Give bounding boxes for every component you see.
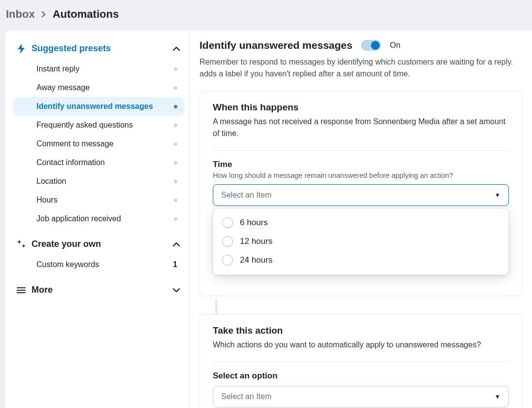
sidebar: Suggested presets Instant reply Away mes… <box>5 31 190 408</box>
radio-icon <box>222 255 233 266</box>
card-action: Take this action Which actions do you wa… <box>200 314 522 408</box>
sidebar-item-label: Identify unanswered messages <box>36 102 153 111</box>
status-dot <box>174 105 177 108</box>
card-subtitle: A message has not received a response fr… <box>213 116 509 139</box>
sidebar-item-label: Location <box>36 177 66 186</box>
suggested-list: Instant reply Away message Identify unan… <box>13 60 184 228</box>
main-content: Identify unanswered messages On Remember… <box>190 31 532 408</box>
status-dot <box>174 217 177 221</box>
chevron-up-icon <box>172 242 181 247</box>
status-dot <box>174 86 177 90</box>
page-title: Identify unanswered messages <box>200 39 352 51</box>
card-subtitle: Which actions do you want to automatical… <box>213 339 509 351</box>
toggle-switch[interactable] <box>361 40 381 51</box>
breadcrumb: Inbox Automations <box>0 0 532 31</box>
section-suggested-presets[interactable]: Suggested presets <box>13 39 184 58</box>
sidebar-item-instant-reply[interactable]: Instant reply <box>13 60 184 78</box>
toggle-knob <box>371 41 380 50</box>
status-dot <box>174 142 177 146</box>
status-dot <box>174 124 177 127</box>
sidebar-item-label: Job application received <box>36 214 121 223</box>
radio-icon <box>222 236 233 247</box>
chevron-down-icon <box>172 288 181 293</box>
sidebar-item-label: Frequently asked questions <box>36 121 133 130</box>
sidebar-item-label: Hours <box>36 196 58 204</box>
card-title: Take this action <box>213 325 509 336</box>
connector-line <box>215 299 217 314</box>
time-dropdown: 6 hours 12 hours 24 hours <box>213 208 509 275</box>
option-label: 24 hours <box>240 255 272 265</box>
time-option-12h[interactable]: 12 hours <box>217 232 504 251</box>
status-dot <box>174 180 177 183</box>
divider <box>213 362 509 362</box>
section-more[interactable]: More <box>13 281 184 299</box>
count-badge: 1 <box>173 260 177 269</box>
chevron-right-icon <box>41 11 47 17</box>
toggle-label: On <box>390 41 400 50</box>
section-create-your-own[interactable]: Create your own <box>13 235 184 253</box>
breadcrumb-parent[interactable]: Inbox <box>6 8 35 21</box>
breadcrumb-current: Automations <box>53 8 119 21</box>
sidebar-item-label: Away message <box>36 83 90 92</box>
sidebar-item-location[interactable]: Location <box>13 172 184 191</box>
sidebar-item-faq[interactable]: Frequently asked questions <box>13 116 184 135</box>
sidebar-item-hours[interactable]: Hours <box>13 191 184 209</box>
sparkle-icon <box>16 239 27 249</box>
sidebar-item-label: Instant reply <box>36 65 79 73</box>
status-dot <box>174 68 177 71</box>
sidebar-item-contact-info[interactable]: Contact information <box>13 153 184 172</box>
chevron-down-icon: ▼ <box>495 393 500 400</box>
section-title: Suggested presets <box>32 43 167 54</box>
field-label-time: Time <box>213 160 509 170</box>
time-option-24h[interactable]: 24 hours <box>217 251 504 270</box>
sidebar-item-identify-unanswered[interactable]: Identify unanswered messages <box>13 97 184 116</box>
sidebar-item-comment-to-message[interactable]: Comment to message <box>13 135 184 153</box>
status-dot <box>174 161 177 165</box>
page-description: Remember to respond to messages by ident… <box>200 56 532 80</box>
action-select[interactable]: Select an Item ▼ <box>213 386 509 408</box>
chevron-down-icon: ▼ <box>495 192 500 199</box>
bolt-icon <box>16 44 27 54</box>
radio-icon <box>222 217 233 228</box>
field-label-action: Select an option <box>213 371 509 381</box>
section-title: Create your own <box>32 239 167 249</box>
card-when: When this happens A message has not rece… <box>200 91 522 296</box>
time-option-6h[interactable]: 6 hours <box>217 213 504 232</box>
sidebar-item-job-application[interactable]: Job application received <box>13 209 184 228</box>
section-title: More <box>32 285 167 295</box>
sidebar-item-label: Contact information <box>36 158 105 167</box>
status-dot <box>174 199 177 202</box>
sidebar-item-custom-keywords[interactable]: Custom keywords 1 <box>13 255 184 274</box>
time-select[interactable]: Select an Item ▼ <box>213 184 509 206</box>
sidebar-item-label: Comment to message <box>36 139 114 148</box>
chevron-up-icon <box>172 46 181 51</box>
menu-icon <box>16 287 27 294</box>
sidebar-item-away-message[interactable]: Away message <box>13 78 184 97</box>
option-label: 6 hours <box>240 218 268 228</box>
sidebar-item-label: Custom keywords <box>36 260 99 269</box>
card-title: When this happens <box>213 102 509 113</box>
divider <box>213 150 509 151</box>
select-placeholder: Select an Item <box>221 191 271 200</box>
create-list: Custom keywords 1 <box>13 255 184 274</box>
field-help-time: How long should a message remain unanswe… <box>213 171 509 179</box>
select-placeholder: Select an Item <box>221 392 271 401</box>
option-label: 12 hours <box>240 237 272 246</box>
